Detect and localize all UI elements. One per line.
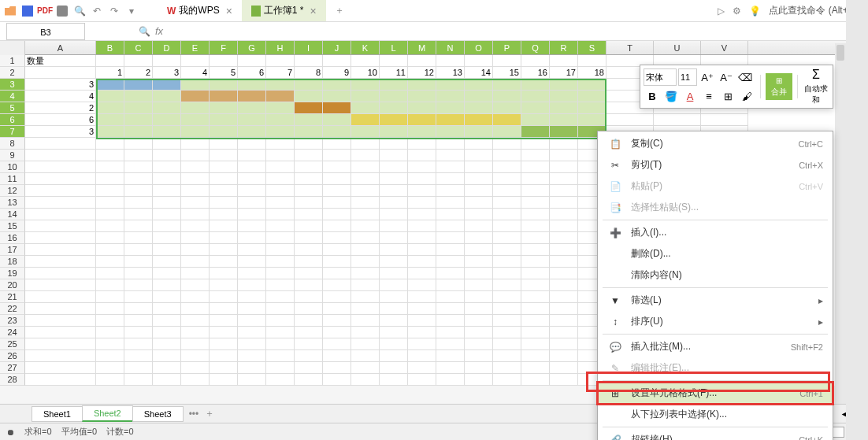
cell[interactable]: 16	[521, 67, 550, 79]
vertical-scrollbar[interactable]	[835, 43, 846, 404]
cell[interactable]	[550, 79, 578, 91]
cell[interactable]	[408, 91, 436, 102]
cell[interactable]	[124, 161, 153, 173]
cell[interactable]	[550, 362, 578, 374]
cell[interactable]	[380, 315, 408, 327]
cell[interactable]	[153, 327, 181, 338]
col-header[interactable]: K	[351, 41, 380, 54]
cell[interactable]	[493, 315, 521, 327]
col-header[interactable]: O	[465, 41, 493, 54]
cell[interactable]	[124, 173, 153, 185]
cell[interactable]	[266, 291, 295, 303]
cell[interactable]	[578, 79, 606, 91]
redo-icon[interactable]: ↷	[107, 4, 121, 18]
cell[interactable]	[295, 362, 323, 374]
cell[interactable]	[408, 102, 436, 114]
cell[interactable]	[153, 268, 181, 279]
cell[interactable]	[238, 161, 266, 173]
cell[interactable]	[210, 91, 238, 102]
cell[interactable]	[380, 362, 408, 374]
cell[interactable]	[436, 209, 465, 220]
cell[interactable]	[550, 232, 578, 244]
cell[interactable]: 4	[181, 67, 210, 79]
cell[interactable]	[493, 79, 521, 91]
cell[interactable]	[493, 91, 521, 102]
cell[interactable]	[380, 185, 408, 197]
cell[interactable]	[266, 55, 295, 67]
cell[interactable]	[210, 150, 238, 161]
cell[interactable]	[153, 350, 181, 362]
cell[interactable]	[550, 91, 578, 102]
row-header[interactable]: 18	[0, 256, 25, 268]
cell[interactable]	[238, 338, 266, 350]
cell[interactable]	[493, 232, 521, 244]
merge-button[interactable]: ⊞ 合并	[766, 73, 792, 100]
cell[interactable]	[124, 102, 153, 114]
cell[interactable]	[550, 102, 578, 114]
cell[interactable]	[408, 268, 436, 279]
cell[interactable]	[351, 55, 380, 67]
cell[interactable]	[295, 244, 323, 256]
cell[interactable]	[238, 55, 266, 67]
cell[interactable]	[124, 91, 153, 102]
cell[interactable]	[238, 315, 266, 327]
cell[interactable]	[238, 362, 266, 374]
cell[interactable]	[436, 244, 465, 256]
cell[interactable]	[238, 291, 266, 303]
font-grow-icon[interactable]: A⁺	[699, 68, 716, 86]
cell[interactable]	[550, 197, 578, 209]
cell[interactable]: 17	[550, 67, 578, 79]
cell[interactable]	[266, 244, 295, 256]
cell[interactable]	[124, 79, 153, 91]
cell[interactable]	[521, 350, 550, 362]
cell[interactable]	[323, 232, 351, 244]
cell[interactable]	[25, 150, 96, 161]
cell[interactable]	[380, 256, 408, 268]
cell[interactable]	[550, 315, 578, 327]
cell[interactable]	[295, 279, 323, 291]
cell[interactable]	[25, 327, 96, 338]
cell[interactable]	[351, 244, 380, 256]
cell[interactable]	[351, 268, 380, 279]
cell[interactable]	[436, 303, 465, 315]
cell[interactable]	[465, 268, 493, 279]
cell[interactable]	[380, 268, 408, 279]
cell[interactable]	[124, 244, 153, 256]
cell[interactable]	[465, 232, 493, 244]
cell[interactable]	[295, 374, 323, 386]
cell[interactable]	[266, 350, 295, 362]
cell[interactable]	[701, 114, 748, 126]
cell[interactable]	[266, 338, 295, 350]
cell[interactable]	[25, 232, 96, 244]
sheet-tab[interactable]: Sheet3	[132, 406, 184, 422]
cell[interactable]	[323, 114, 351, 126]
cell[interactable]	[550, 374, 578, 386]
cell[interactable]	[181, 114, 210, 126]
col-header[interactable]: A	[25, 41, 96, 54]
cell[interactable]	[25, 362, 96, 374]
cell[interactable]	[96, 303, 124, 315]
cell[interactable]	[380, 209, 408, 220]
cell[interactable]	[266, 303, 295, 315]
cell[interactable]	[521, 79, 550, 91]
cell[interactable]	[181, 315, 210, 327]
cell[interactable]	[351, 91, 380, 102]
cell[interactable]	[493, 362, 521, 374]
cell[interactable]	[380, 102, 408, 114]
cell[interactable]: 2	[25, 102, 96, 114]
cell[interactable]	[295, 173, 323, 185]
cell[interactable]	[323, 91, 351, 102]
cell[interactable]	[493, 197, 521, 209]
cell[interactable]: 1	[96, 67, 124, 79]
cell[interactable]: 15	[493, 67, 521, 79]
cell[interactable]	[96, 114, 124, 126]
cell[interactable]	[181, 291, 210, 303]
cell[interactable]	[295, 232, 323, 244]
cell[interactable]	[266, 327, 295, 338]
cell[interactable]	[408, 197, 436, 209]
cell[interactable]	[124, 268, 153, 279]
cell[interactable]	[181, 185, 210, 197]
cell[interactable]	[323, 209, 351, 220]
cell[interactable]	[295, 350, 323, 362]
print-icon[interactable]	[55, 4, 69, 18]
